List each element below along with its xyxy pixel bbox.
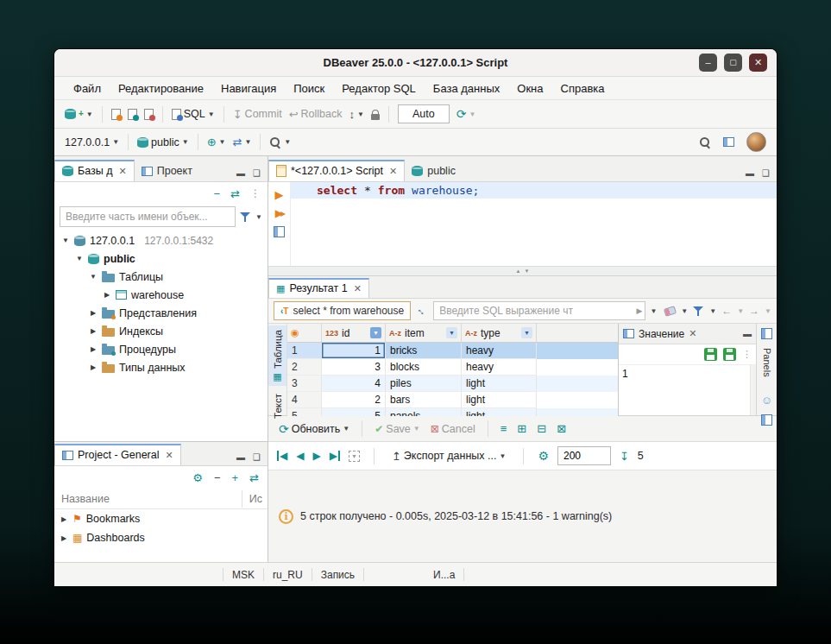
menu-help[interactable]: Справка [552,79,614,98]
menu-file[interactable]: Файл [65,79,110,98]
network-profile-dropdown[interactable]: ⊕ ▼ [204,134,230,150]
maximize-panel-icon[interactable]: ❑ [253,452,261,462]
expander-icon[interactable]: ▶ [60,515,68,523]
splitter-up-icon[interactable]: ▲ [516,268,521,274]
menu-search[interactable]: Поиск [285,79,333,98]
grid-corner-cell[interactable]: ◉ [287,324,322,342]
menu-database[interactable]: База данных [425,79,508,98]
tree-item-indexes-folder[interactable]: ▶ Индексы [54,322,268,340]
gear-icon[interactable]: ⚙ [538,450,549,462]
chevron-down-icon[interactable]: ▼ [650,307,657,315]
timezone-indicator[interactable]: MSK [232,569,255,581]
minimize-panel-icon[interactable]: ▬ [746,168,754,178]
expander-icon[interactable]: ▶ [89,345,98,353]
export-data-button[interactable]: ↥ Экспорт данных ... ▼ [388,447,509,464]
sort-dropdown-icon[interactable]: ▼ [370,327,381,338]
cell-item[interactable]: bricks [386,343,462,359]
show-view-icon[interactable] [723,137,734,147]
editor-results-splitter[interactable]: ▲ ▼ [268,266,777,276]
cell-type[interactable]: light [462,376,537,392]
tree-item-schema[interactable]: ▼ public [54,249,268,268]
gear-icon[interactable]: ⚙ [192,472,203,483]
maximize-button[interactable]: ▢ [724,54,742,72]
first-page-icon[interactable]: ◀ [277,451,287,461]
column-header-item[interactable]: A-z item ▼ [386,324,462,342]
sql-filter-input[interactable] [434,305,633,317]
insert-mode-indicator[interactable]: Запись [321,569,355,581]
expander-icon[interactable]: ▶ [60,534,68,542]
fetch-all-icon[interactable]: ▼ [349,451,360,462]
close-icon[interactable]: ✕ [119,166,127,177]
tab-project-general[interactable]: Project - General ✕ [54,444,181,465]
new-sql-editor-button[interactable] [124,106,141,123]
tree-item-datatypes-folder[interactable]: ▶ Типы данных [54,358,268,376]
row-count-icon[interactable]: ↧ [620,451,629,462]
navigator-view-dropdown[interactable]: ⇄ ▼ [229,134,255,150]
cell-item[interactable]: piles [386,376,462,392]
row-number-cell[interactable]: 2 [287,359,322,376]
history-back-icon[interactable]: ← [721,306,732,316]
value-tab-label[interactable]: Значение [639,328,684,340]
cell-id[interactable]: 1 [322,343,386,359]
chevron-down-icon[interactable]: ▼ [343,425,349,432]
expander-icon[interactable]: ▶ [89,309,98,317]
tree-item-server[interactable]: ▼ 127.0.0.1 127.0.0.1:5432 [54,231,268,249]
link-icon[interactable]: ⇄ [249,472,259,483]
tree-item-tables-folder[interactable]: ▼ Таблицы [54,268,268,286]
last-page-icon[interactable]: ▶ [330,451,340,461]
expand-icon[interactable]: + [232,472,239,483]
object-filter-input[interactable] [60,206,236,227]
apply-filter-icon[interactable]: ▶ [633,307,645,315]
panels-icon[interactable] [761,328,772,339]
task-indicator[interactable]: И...а [433,569,455,581]
chevron-down-icon[interactable]: ▼ [255,213,262,221]
column-header-id[interactable]: 123 id ▼ [322,324,386,342]
value-scrollbar[interactable] [750,365,756,415]
delete-row-icon[interactable]: ⊠ [553,423,570,434]
tab-project[interactable]: Проект [135,160,199,181]
title-bar[interactable]: DBeaver 25.0.0 - <127.0.0.1> Script – ▢ … [54,49,777,77]
close-icon[interactable]: ✕ [354,283,362,294]
code-area[interactable]: select * from warehouse; [291,182,777,266]
column-name-header[interactable]: Название [61,493,110,505]
rollback-button[interactable]: ↩ Rollback [286,105,346,123]
transaction-lock-button[interactable] [368,106,383,123]
chevron-down-icon[interactable]: ▼ [709,307,716,315]
close-button[interactable]: ✕ [749,54,767,72]
sort-dropdown-icon[interactable]: ▼ [446,327,457,338]
explain-plan-icon[interactable] [274,226,285,237]
transaction-mode-dropdown[interactable]: ↕ ▼ [346,106,368,123]
new-connection-button[interactable]: + ▼ [61,106,97,122]
tree-item-views-folder[interactable]: ▶ Представления [54,304,268,322]
value-view-icon[interactable] [761,414,772,426]
value-content[interactable]: 1 [619,365,750,415]
open-sql-script-button[interactable] [108,106,124,123]
minimize-panel-icon[interactable]: ▬ [236,168,245,178]
minimize-panel-icon[interactable]: ▬ [743,329,752,338]
execute-script-icon[interactable]: ▶▸ [275,208,283,218]
recent-sql-button[interactable] [141,106,157,123]
cell-item[interactable]: blocks [386,359,462,376]
expander-icon[interactable]: ▼ [89,273,98,281]
sql-editor-dropdown[interactable]: SQL ▼ [168,105,218,123]
user-avatar[interactable] [746,132,766,152]
info-icon[interactable] [279,509,293,524]
minimize-button[interactable]: – [699,54,717,72]
row-number-cell[interactable]: 4 [287,392,322,408]
add-row-icon[interactable]: ⊞ [513,423,530,434]
auto-refresh-dropdown[interactable]: ⟳ ▼ [453,105,480,123]
close-icon[interactable]: ✕ [689,328,696,339]
collapse-all-icon[interactable]: − [214,188,221,199]
collapse-icon[interactable]: − [214,472,221,483]
edit-value-icon[interactable]: ≡ [497,423,511,434]
tab-sql-script[interactable]: *<127.0.0.1> Script ✕ [268,160,405,181]
tree-item-warehouse-table[interactable]: ▶ warehouse [54,286,268,304]
commit-button[interactable]: ↧ Commit [230,105,286,123]
execute-statement-icon[interactable]: ▶ [275,189,284,200]
column-source-header[interactable]: Ис [242,490,268,508]
expander-icon[interactable]: ▶ [103,291,111,299]
close-icon[interactable]: ✕ [389,166,397,177]
history-forward-icon[interactable]: → [749,306,759,316]
connection-selector[interactable]: 127.0.0.1 ▼ [61,134,123,151]
expand-filter-icon[interactable]: ↔ [414,303,430,319]
